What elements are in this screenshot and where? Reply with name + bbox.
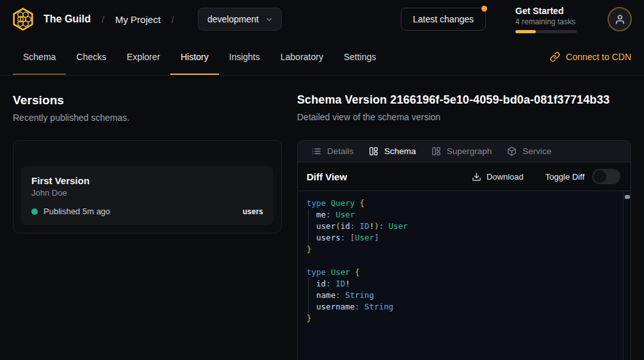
- nav-tab-explorer[interactable]: Explorer: [117, 38, 170, 75]
- tab-label: Details: [327, 146, 353, 156]
- nav-tab-history[interactable]: History: [170, 38, 219, 75]
- schema-version-detail: Schema Version 2166196f-5e10-4059-bd0a-0…: [294, 93, 644, 360]
- versions-panel: Versions Recently published schemas. Fir…: [0, 93, 294, 233]
- version-name: First Version: [31, 175, 263, 186]
- nav-tab-label: Laboratory: [280, 52, 323, 62]
- versions-subtitle: Recently published schemas.: [13, 113, 282, 123]
- columns-icon: [431, 146, 441, 156]
- indent-guide: [308, 232, 309, 244]
- tab-supergraph[interactable]: Supergraph: [424, 141, 500, 162]
- list-icon: [312, 146, 321, 156]
- connect-to-cdn-label: Connect to CDN: [566, 52, 631, 62]
- download-icon: [472, 172, 481, 182]
- code-line: [307, 255, 631, 267]
- get-started-progress-bar: [515, 30, 577, 33]
- version-status: Published 5m ago: [44, 207, 110, 216]
- nav-tab-label: Insights: [229, 52, 260, 62]
- code-line: user(id: ID!): User: [307, 221, 631, 232]
- code-line: name: String: [307, 290, 631, 301]
- toggle-knob: [593, 170, 606, 183]
- user-icon: [615, 14, 625, 25]
- graphql-schema-code[interactable]: type Query { me: User user(id: ID!): Use…: [298, 191, 631, 324]
- download-button[interactable]: Download: [472, 172, 524, 182]
- code-line: type Query {: [307, 198, 631, 209]
- tab-label: Supergraph: [447, 146, 492, 156]
- indent-guide: [308, 290, 309, 301]
- indent-guide: [308, 301, 309, 313]
- nav-tab-label: Schema: [23, 52, 56, 62]
- code-scrollbar[interactable]: [623, 191, 631, 360]
- code-line: users: [User]: [307, 232, 631, 244]
- code-line: }: [307, 313, 631, 324]
- target-selector-value: development: [207, 14, 259, 24]
- latest-changes-label: Latest changes: [413, 14, 474, 24]
- tab-details[interactable]: Details: [304, 141, 361, 162]
- code-line: type User {: [307, 267, 631, 278]
- published-status-dot: [31, 208, 38, 215]
- schema-code-viewer: type Query { me: User user(id: ID!): Use…: [298, 191, 631, 360]
- tab-service[interactable]: Service: [499, 141, 559, 162]
- diff-view-header: Diff View Download Toggle Diff: [298, 162, 631, 191]
- nav-tab-settings[interactable]: Settings: [334, 38, 387, 75]
- version-service-badge: users: [243, 207, 263, 216]
- nav-tab-laboratory[interactable]: Laboratory: [270, 38, 334, 75]
- nav-tab-schema[interactable]: Schema: [13, 38, 66, 75]
- breadcrumb-separator: /: [172, 14, 174, 25]
- version-list-item[interactable]: First Version John Doe Published 5m ago …: [21, 166, 273, 225]
- indent-guide: [308, 278, 309, 290]
- columns-icon: [369, 146, 378, 156]
- main-content: Versions Recently published schemas. Fir…: [0, 75, 644, 360]
- code-line: username: String: [307, 301, 631, 313]
- schema-version-title: Schema Version 2166196f-5e10-4059-bd0a-0…: [297, 93, 631, 107]
- tab-label: Service: [522, 146, 551, 156]
- get-started-widget[interactable]: Get Started 4 remaining tasks: [515, 6, 577, 33]
- code-line: id: ID!: [307, 278, 631, 290]
- get-started-title: Get Started: [515, 6, 577, 16]
- target-selector-dropdown[interactable]: development: [198, 8, 282, 31]
- nav-tab-insights[interactable]: Insights: [219, 38, 270, 75]
- app-header: The Guild / My Project / development Lat…: [0, 0, 644, 38]
- version-meta-row: Published 5m ago users: [31, 207, 263, 216]
- code-line: me: User: [307, 209, 631, 221]
- versions-list-card: First Version John Doe Published 5m ago …: [13, 140, 282, 233]
- toggle-diff-switch[interactable]: [592, 169, 620, 184]
- get-started-progress-fill: [515, 30, 536, 33]
- code-line: }: [307, 244, 631, 255]
- tab-schema[interactable]: Schema: [361, 141, 424, 162]
- project-breadcrumb[interactable]: My Project: [115, 14, 161, 25]
- version-author: John Doe: [31, 188, 263, 198]
- nav-tab-label: History: [181, 52, 209, 62]
- tab-label: Schema: [384, 146, 416, 156]
- main-nav: Schema Checks Explorer History Insights …: [0, 38, 644, 75]
- nav-tab-checks[interactable]: Checks: [66, 38, 117, 75]
- indent-guide: [308, 209, 309, 221]
- hive-logo-icon[interactable]: [10, 6, 36, 32]
- versions-title: Versions: [13, 93, 282, 107]
- latest-changes-button[interactable]: Latest changes: [401, 8, 486, 31]
- breadcrumb-separator: /: [102, 14, 104, 25]
- connect-to-cdn-link[interactable]: Connect to CDN: [550, 38, 631, 75]
- box-icon: [507, 146, 517, 156]
- schema-version-subtitle: Detailed view of the schema version: [297, 112, 631, 122]
- detail-tab-strip: Details Schema Supergraph: [298, 141, 631, 162]
- notification-dot: [481, 6, 487, 12]
- schema-detail-panel: Details Schema Supergraph: [297, 140, 631, 360]
- user-avatar[interactable]: [608, 7, 632, 31]
- org-breadcrumb[interactable]: The Guild: [44, 13, 91, 25]
- code-scrollbar-thumb[interactable]: [625, 195, 630, 199]
- nav-tab-label: Checks: [76, 52, 106, 62]
- toggle-diff-label: Toggle Diff: [545, 172, 584, 182]
- nav-tab-label: Explorer: [127, 52, 160, 62]
- chevron-down-icon: [265, 15, 273, 24]
- download-label: Download: [487, 172, 524, 182]
- link-icon: [550, 52, 560, 62]
- indent-guide: [308, 221, 309, 232]
- diff-view-title: Diff View: [307, 171, 347, 182]
- get-started-subtitle: 4 remaining tasks: [515, 17, 577, 26]
- nav-tab-label: Settings: [344, 52, 376, 62]
